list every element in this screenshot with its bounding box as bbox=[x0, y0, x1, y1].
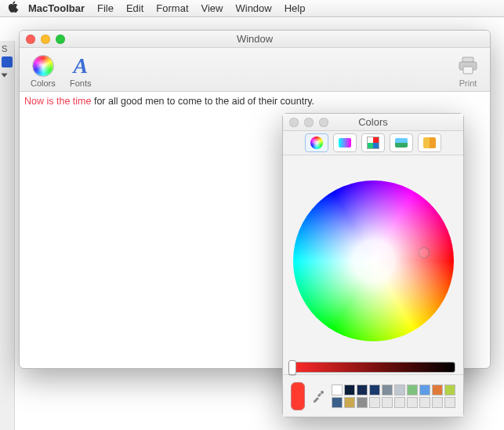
document-rest-text: for all good men to come to the aid of t… bbox=[91, 96, 314, 107]
window-close-button[interactable] bbox=[26, 35, 35, 44]
color-wheel-icon bbox=[310, 137, 323, 149]
picker-tab-sliders[interactable] bbox=[333, 133, 357, 152]
picker-tab-wheel[interactable] bbox=[305, 133, 328, 152]
picker-tab-palettes[interactable] bbox=[361, 133, 385, 152]
crayons-icon bbox=[423, 137, 436, 148]
colors-zoom-button[interactable] bbox=[319, 118, 328, 127]
colors-close-button[interactable] bbox=[289, 118, 299, 127]
swatch-cell[interactable] bbox=[444, 384, 455, 395]
swatch-cell[interactable] bbox=[444, 397, 455, 408]
picker-tab-crayons[interactable] bbox=[418, 133, 441, 152]
swatch-cell[interactable] bbox=[332, 384, 343, 395]
menu-window[interactable]: Window bbox=[235, 2, 271, 14]
printer-icon bbox=[457, 55, 479, 77]
colors-panel-traffic-lights bbox=[289, 118, 328, 127]
window-toolbar: Colors A Fonts Print bbox=[20, 48, 490, 92]
swatch-cell[interactable] bbox=[344, 384, 355, 395]
toolbar-colors-button[interactable]: Colors bbox=[31, 55, 56, 88]
swatch-cell[interactable] bbox=[382, 397, 393, 408]
swatch-bar bbox=[283, 374, 463, 417]
swatch-cell[interactable] bbox=[382, 384, 393, 395]
saved-swatches bbox=[332, 384, 455, 408]
window-minimize-button[interactable] bbox=[41, 35, 50, 44]
menubar: MacToolbar File Edit Format View Window … bbox=[0, 0, 504, 17]
swatch-cell[interactable] bbox=[332, 397, 343, 408]
swatch-cell[interactable] bbox=[357, 397, 368, 408]
toolbar-print-label: Print bbox=[459, 78, 477, 88]
swatch-cell[interactable] bbox=[407, 397, 418, 408]
brightness-slider-knob[interactable] bbox=[288, 360, 296, 375]
window-titlebar[interactable]: Window bbox=[20, 31, 490, 48]
toolbar-print-button[interactable]: Print bbox=[457, 55, 479, 88]
toolbar-fonts-button[interactable]: A Fonts bbox=[70, 55, 92, 88]
brightness-slider[interactable] bbox=[291, 362, 455, 373]
svg-point-3 bbox=[321, 391, 324, 394]
swatch-cell[interactable] bbox=[432, 397, 443, 408]
svg-rect-0 bbox=[462, 57, 473, 62]
app-menu[interactable]: MacToolbar bbox=[28, 2, 85, 14]
swatch-cell[interactable] bbox=[394, 397, 405, 408]
window-zoom-button[interactable] bbox=[56, 35, 65, 44]
color-picker-mode-tabs bbox=[283, 131, 463, 155]
eyedropper-button[interactable] bbox=[311, 389, 325, 403]
sidebar-selected-row bbox=[2, 56, 13, 67]
menu-edit[interactable]: Edit bbox=[126, 2, 143, 14]
image-icon bbox=[395, 138, 408, 148]
toolbar-fonts-label: Fonts bbox=[70, 78, 92, 88]
color-wheel-icon bbox=[32, 55, 54, 77]
window-title: Window bbox=[20, 33, 490, 45]
swatch-cell[interactable] bbox=[419, 384, 430, 395]
menu-format[interactable]: Format bbox=[156, 2, 188, 14]
swatch-cell[interactable] bbox=[369, 384, 380, 395]
colors-panel-titlebar[interactable]: Colors bbox=[283, 114, 463, 131]
picker-tab-image[interactable] bbox=[390, 133, 413, 152]
menu-file[interactable]: File bbox=[97, 2, 114, 14]
swatch-cell[interactable] bbox=[419, 397, 430, 408]
sidebar-header: S bbox=[2, 44, 7, 53]
swatch-cell[interactable] bbox=[394, 384, 405, 395]
color-wheel-cursor[interactable] bbox=[419, 247, 430, 258]
palettes-icon bbox=[367, 137, 379, 149]
colors-minimize-button[interactable] bbox=[304, 118, 314, 127]
document-text-area[interactable]: Now is the time for all good men to come… bbox=[20, 92, 490, 111]
menu-help[interactable]: Help bbox=[285, 2, 306, 14]
disclosure-triangle-icon bbox=[2, 74, 8, 78]
colors-panel: Colors bbox=[282, 113, 464, 417]
toolbar-colors-label: Colors bbox=[31, 78, 56, 88]
swatch-cell[interactable] bbox=[344, 397, 355, 408]
fonts-icon: A bbox=[73, 55, 88, 77]
swatch-cell[interactable] bbox=[357, 384, 368, 395]
svg-rect-2 bbox=[463, 67, 473, 74]
window-traffic-lights bbox=[26, 35, 65, 44]
swatch-cell[interactable] bbox=[432, 384, 443, 395]
color-wheel[interactable] bbox=[293, 180, 454, 341]
apple-menu-icon[interactable] bbox=[8, 1, 19, 16]
swatch-cell[interactable] bbox=[369, 397, 380, 408]
document-highlight-text: Now is the time bbox=[24, 96, 91, 107]
swatch-cell[interactable] bbox=[407, 384, 418, 395]
background-sidebar: S bbox=[0, 41, 15, 430]
sliders-icon bbox=[339, 138, 351, 148]
menu-view[interactable]: View bbox=[201, 2, 223, 14]
current-color-swatch[interactable] bbox=[291, 382, 305, 410]
